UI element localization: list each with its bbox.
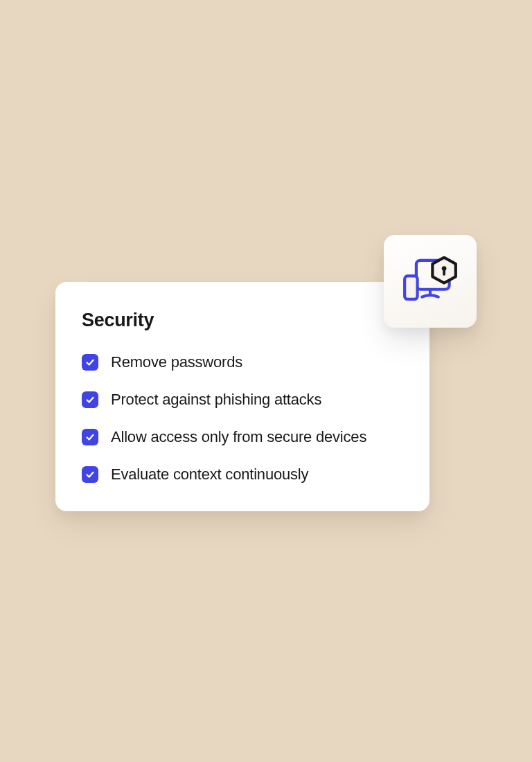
checklist: Remove passwords Protect against phishin… (82, 353, 403, 484)
check-item-secure-devices[interactable]: Allow access only from secure devices (82, 428, 403, 446)
check-label: Protect against phishing attacks (111, 391, 321, 409)
checkbox-icon[interactable] (82, 466, 98, 483)
check-label: Remove passwords (111, 353, 242, 371)
check-item-context[interactable]: Evaluate context continuously (82, 466, 403, 484)
card-title: Security (82, 310, 403, 331)
checkbox-icon[interactable] (82, 354, 98, 371)
checkbox-icon[interactable] (82, 429, 98, 445)
svg-rect-0 (405, 276, 417, 299)
check-item-phishing[interactable]: Protect against phishing attacks (82, 391, 403, 409)
security-card: Security Remove passwords Protect agains… (55, 282, 429, 511)
check-label: Allow access only from secure devices (111, 428, 366, 446)
check-label: Evaluate context continuously (111, 466, 308, 484)
check-item-remove-passwords[interactable]: Remove passwords (82, 353, 403, 371)
checkbox-icon[interactable] (82, 391, 98, 408)
secure-devices-icon (384, 235, 477, 328)
